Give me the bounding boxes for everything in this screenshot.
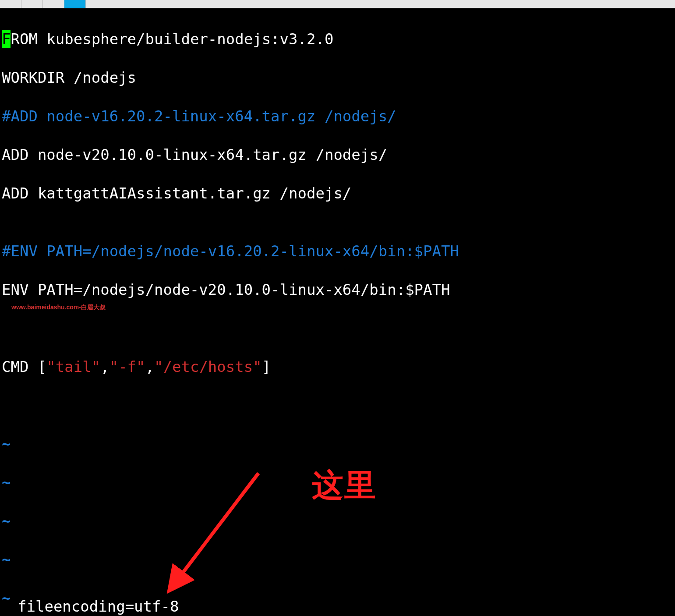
cmd-arg-3: "/etc/hosts": [154, 358, 262, 375]
svg-line-1: [175, 473, 258, 583]
status-text: fileencoding=utf-8: [18, 598, 179, 615]
tab-3[interactable]: [43, 0, 64, 8]
vim-status-line: fileencoding=utf-8: [0, 597, 179, 616]
cmd-arg-2: "-f": [110, 358, 145, 375]
tilde-line: ~: [2, 473, 673, 492]
cmd-close: ]: [262, 358, 271, 375]
cmd-sep-2: ,: [145, 358, 154, 375]
code-line-5: ADD kattgattAIAssistant.tar.gz /nodejs/: [2, 184, 673, 203]
tab-1[interactable]: [0, 0, 21, 8]
vim-editor[interactable]: FROM kubesphere/builder-nodejs:v3.2.0 WO…: [0, 8, 675, 616]
tilde-line: ~: [2, 434, 673, 453]
blank-line: [2, 396, 673, 415]
tab-active[interactable]: [64, 0, 86, 8]
cmd-arg-1: "tail": [46, 358, 100, 375]
tilde-line: ~: [2, 511, 673, 531]
code-line-2: WORKDIR /nodejs: [2, 68, 673, 87]
tab-spacer: [86, 0, 675, 8]
cursor: F: [2, 30, 11, 48]
code-line-7: #ENV PATH=/nodejs/node-v16.20.2-linux-x6…: [2, 241, 673, 261]
terminal-tab-bar: [0, 0, 675, 8]
annotation-arrow-icon: [166, 464, 280, 596]
cmd-sep-1: ,: [100, 358, 109, 375]
code-line-4: ADD node-v20.10.0-linux-x64.tar.gz /node…: [2, 145, 673, 164]
tilde-line: ~: [2, 550, 673, 569]
code-line-11: CMD ["tail","-f","/etc/hosts"]: [2, 357, 673, 376]
tab-2[interactable]: [21, 0, 43, 8]
watermark-text: www.baimeidashu.com-白眉大叔: [11, 304, 106, 312]
code-line-3: #ADD node-v16.20.2-linux-x64.tar.gz /nod…: [2, 106, 673, 126]
code-line-1-rest: ROM kubesphere/builder-nodejs:v3.2.0: [11, 30, 333, 48]
cmd-open: CMD [: [2, 358, 46, 375]
code-line-8: ENV PATH=/nodejs/node-v20.10.0-linux-x64…: [2, 280, 673, 299]
code-line-1: FROM kubesphere/builder-nodejs:v3.2.0: [2, 29, 673, 49]
